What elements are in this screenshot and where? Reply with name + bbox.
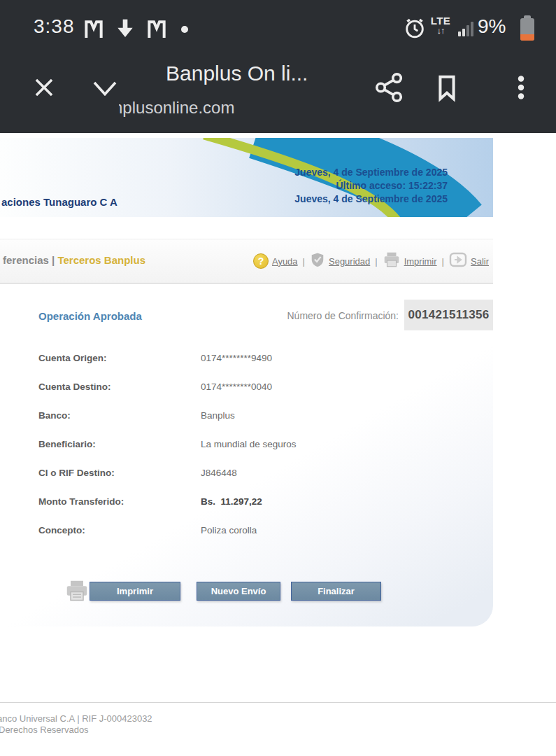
footer-rights: Derechos Reservados bbox=[0, 724, 89, 735]
page-title: Banplus On li... bbox=[166, 62, 308, 85]
close-icon[interactable] bbox=[31, 74, 57, 104]
confirmation-number: 001421511356 bbox=[408, 308, 489, 322]
battery-percent: 9% bbox=[478, 15, 506, 38]
help-icon[interactable]: ? bbox=[253, 253, 269, 269]
bank-banner: Jueves, 4 de Septiembre de 2025 Último a… bbox=[0, 138, 493, 217]
breadcrumb-current: Terceros Banplus bbox=[57, 254, 145, 266]
field-value-amount: Bs. 11.297,22 bbox=[201, 496, 262, 507]
field-row: Cuenta Origen: 0174********9490 bbox=[0, 353, 493, 365]
url-bar: nplusonline.com bbox=[119, 98, 294, 118]
download-icon bbox=[114, 18, 136, 43]
last-access: Último acceso: 15:22:37 bbox=[294, 179, 448, 192]
gmail-icon bbox=[145, 18, 168, 43]
salir-link[interactable]: Salir bbox=[471, 256, 489, 267]
android-header: 3:38 LTE ↓↑ 9% bbox=[0, 0, 556, 133]
confirmation-label: Número de Confirmación: bbox=[0, 310, 399, 321]
imprimir-link[interactable]: Imprimir bbox=[404, 256, 437, 267]
nuevo-envio-button[interactable]: Nuevo Envío bbox=[197, 582, 280, 601]
field-row: Beneficiario: La mundial de seguros bbox=[0, 439, 493, 451]
exit-icon bbox=[449, 252, 467, 270]
share-icon[interactable] bbox=[373, 71, 406, 106]
field-value: La mundial de seguros bbox=[201, 439, 297, 449]
seguridad-link[interactable]: Seguridad bbox=[329, 256, 370, 267]
field-label: Beneficiario: bbox=[38, 439, 96, 449]
gmail-icon bbox=[83, 18, 105, 43]
field-label: CI o RIF Destino: bbox=[38, 468, 115, 478]
alarm-icon bbox=[403, 16, 427, 43]
bookmark-icon[interactable] bbox=[431, 71, 463, 106]
session-date: Jueves, 4 de Septiembre de 2025 bbox=[294, 166, 448, 179]
footer-bank-info: anco Universal C.A | RIF J-000423032 bbox=[0, 713, 152, 724]
menubar-links: ? Ayuda | Seguridad | Imprimir | Salir bbox=[253, 239, 489, 283]
link-separator: | bbox=[442, 256, 444, 267]
notification-dot-icon bbox=[179, 24, 190, 38]
signal-icon bbox=[458, 21, 476, 36]
ayuda-link[interactable]: Ayuda bbox=[272, 256, 298, 267]
field-row: Monto Transferido: Bs. 11.297,22 bbox=[0, 496, 493, 509]
field-label: Concepto: bbox=[38, 525, 85, 536]
field-label: Cuenta Origen: bbox=[38, 353, 107, 363]
field-value: 0174********0040 bbox=[201, 382, 272, 392]
field-label: Monto Transferido: bbox=[38, 496, 124, 507]
link-separator: | bbox=[375, 256, 377, 267]
last-access-date: Jueves, 4 de Septiembre de 2025 bbox=[294, 192, 448, 206]
confirmation-box: 001421511356 bbox=[404, 300, 493, 330]
status-time: 3:38 bbox=[34, 15, 75, 38]
link-separator: | bbox=[303, 256, 305, 267]
field-label: Banco: bbox=[38, 410, 71, 421]
field-value: J846448 bbox=[201, 468, 237, 478]
field-label: Cuenta Destino: bbox=[38, 382, 111, 392]
imprimir-button[interactable]: Imprimir bbox=[90, 582, 180, 601]
field-row: CI o RIF Destino: J846448 bbox=[0, 468, 493, 480]
field-value: 0174********9490 bbox=[201, 353, 272, 363]
breadcrumb: ferencias | Terceros Banplus bbox=[3, 254, 145, 266]
screen: 3:38 LTE ↓↑ 9% bbox=[0, 0, 556, 756]
breadcrumb-separator: | bbox=[52, 254, 55, 266]
overflow-menu-icon[interactable] bbox=[505, 71, 537, 106]
field-row: Banco: Banplus bbox=[0, 410, 493, 423]
field-value: Banplus bbox=[201, 410, 235, 421]
page-menubar: ferencias | Terceros Banplus ? Ayuda | S… bbox=[0, 239, 493, 284]
finalizar-button[interactable]: Finalizar bbox=[291, 582, 381, 601]
account-holder-name: aciones Tunaguaro C A bbox=[1, 196, 117, 208]
shield-icon bbox=[310, 252, 325, 270]
session-dates: Jueves, 4 de Septiembre de 2025 Último a… bbox=[294, 166, 448, 206]
lte-indicator: LTE ↓↑ bbox=[428, 15, 453, 35]
battery-icon bbox=[520, 15, 534, 41]
transaction-panel bbox=[0, 284, 493, 626]
footer-divider bbox=[0, 702, 556, 703]
field-row: Concepto: Poliza corolla bbox=[0, 525, 493, 538]
field-value: Poliza corolla bbox=[201, 525, 257, 536]
printer-icon[interactable] bbox=[64, 578, 90, 606]
breadcrumb-prefix: ferencias bbox=[3, 254, 49, 266]
chevron-down-icon[interactable] bbox=[88, 77, 122, 104]
printer-icon bbox=[383, 251, 401, 272]
field-row: Cuenta Destino: 0174********0040 bbox=[0, 382, 493, 394]
